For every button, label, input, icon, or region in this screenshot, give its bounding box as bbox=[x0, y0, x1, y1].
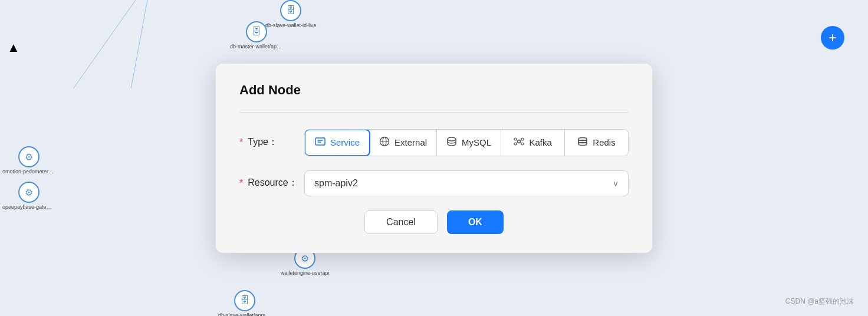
service-icon bbox=[315, 136, 326, 149]
svg-rect-12 bbox=[315, 138, 325, 145]
modal-footer: Cancel OK bbox=[239, 210, 629, 234]
watermark: CSDN @a坚强的泡沫 bbox=[785, 297, 854, 307]
required-star-resource: * bbox=[239, 178, 243, 189]
cancel-button[interactable]: Cancel bbox=[364, 210, 438, 234]
svg-point-28 bbox=[578, 137, 587, 140]
type-row: * Type： Service bbox=[239, 129, 629, 156]
tab-external-label: External bbox=[394, 137, 427, 147]
mysql-icon bbox=[446, 136, 457, 149]
external-icon bbox=[379, 136, 390, 149]
svg-line-25 bbox=[521, 142, 522, 143]
required-star-type: * bbox=[239, 137, 243, 148]
type-tabs: Service External bbox=[304, 129, 629, 156]
ok-button[interactable]: OK bbox=[447, 210, 504, 234]
svg-line-24 bbox=[517, 142, 518, 143]
modal-divider bbox=[239, 112, 629, 113]
chevron-down-icon: ∨ bbox=[613, 179, 619, 188]
resource-row: * Resource： spm-apiv2 ∨ bbox=[239, 170, 629, 196]
resource-select[interactable]: spm-apiv2 ∨ bbox=[304, 170, 629, 196]
tab-service[interactable]: Service bbox=[304, 129, 370, 156]
tab-redis[interactable]: Redis bbox=[565, 130, 628, 156]
tab-mysql-label: MySQL bbox=[462, 137, 491, 147]
modal-title: Add Node bbox=[239, 83, 629, 98]
svg-point-19 bbox=[521, 138, 524, 140]
kafka-icon bbox=[514, 136, 524, 149]
svg-point-20 bbox=[514, 143, 517, 145]
tab-redis-label: Redis bbox=[593, 137, 615, 147]
redis-icon bbox=[577, 136, 588, 149]
svg-line-22 bbox=[517, 140, 518, 140]
svg-point-18 bbox=[514, 138, 517, 140]
modal-overlay: Add Node * Type： Service bbox=[0, 0, 868, 316]
svg-point-16 bbox=[448, 137, 456, 141]
tab-external[interactable]: External bbox=[370, 130, 437, 156]
add-node-modal: Add Node * Type： Service bbox=[216, 64, 652, 253]
resource-label: * Resource： bbox=[239, 177, 304, 189]
tab-service-label: Service bbox=[330, 137, 360, 147]
tab-kafka[interactable]: Kafka bbox=[501, 130, 565, 156]
resource-value: spm-apiv2 bbox=[314, 178, 358, 189]
type-label: * Type： bbox=[239, 136, 304, 149]
svg-line-23 bbox=[521, 140, 522, 140]
tab-kafka-label: Kafka bbox=[529, 137, 551, 147]
svg-point-17 bbox=[518, 140, 521, 143]
svg-point-21 bbox=[521, 143, 524, 145]
tab-mysql[interactable]: MySQL bbox=[437, 130, 501, 156]
